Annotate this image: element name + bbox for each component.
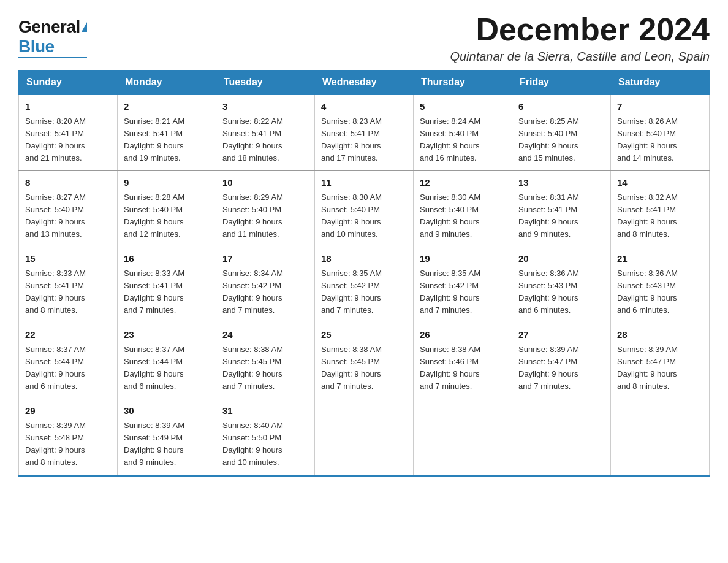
col-thursday: Thursday xyxy=(414,71,512,95)
calendar-week-row: 29 Sunrise: 8:39 AMSunset: 5:48 PMDaylig… xyxy=(19,399,710,476)
table-row xyxy=(512,399,611,476)
table-row: 23 Sunrise: 8:37 AMSunset: 5:44 PMDaylig… xyxy=(118,323,216,399)
day-info: Sunrise: 8:35 AMSunset: 5:42 PMDaylight:… xyxy=(321,269,382,315)
day-number: 12 xyxy=(420,176,506,190)
col-tuesday: Tuesday xyxy=(216,71,315,95)
table-row: 3 Sunrise: 8:22 AMSunset: 5:41 PMDayligh… xyxy=(216,94,315,171)
day-number: 30 xyxy=(124,404,210,418)
day-info: Sunrise: 8:37 AMSunset: 5:44 PMDaylight:… xyxy=(124,345,184,391)
day-number: 20 xyxy=(518,252,604,266)
day-info: Sunrise: 8:24 AMSunset: 5:40 PMDaylight:… xyxy=(420,117,480,163)
day-info: Sunrise: 8:33 AMSunset: 5:41 PMDaylight:… xyxy=(124,269,184,315)
logo-blue: Blue xyxy=(18,37,55,56)
month-year-title: December 2024 xyxy=(450,12,710,47)
table-row: 7 Sunrise: 8:26 AMSunset: 5:40 PMDayligh… xyxy=(611,94,710,171)
day-number: 3 xyxy=(222,100,308,114)
day-info: Sunrise: 8:39 AMSunset: 5:48 PMDaylight:… xyxy=(25,421,86,467)
col-monday: Monday xyxy=(118,71,216,95)
day-info: Sunrise: 8:38 AMSunset: 5:46 PMDaylight:… xyxy=(420,345,480,391)
calendar-table: Sunday Monday Tuesday Wednesday Thursday… xyxy=(18,70,710,476)
day-info: Sunrise: 8:31 AMSunset: 5:41 PMDaylight:… xyxy=(518,193,579,239)
logo-triangle-icon xyxy=(82,22,87,32)
table-row xyxy=(414,399,512,476)
table-row: 25 Sunrise: 8:38 AMSunset: 5:45 PMDaylig… xyxy=(315,323,414,399)
day-info: Sunrise: 8:36 AMSunset: 5:43 PMDaylight:… xyxy=(518,269,579,315)
table-row: 19 Sunrise: 8:35 AMSunset: 5:42 PMDaylig… xyxy=(414,247,512,323)
day-info: Sunrise: 8:39 AMSunset: 5:49 PMDaylight:… xyxy=(124,421,184,467)
table-row: 13 Sunrise: 8:31 AMSunset: 5:41 PMDaylig… xyxy=(512,171,611,247)
day-info: Sunrise: 8:28 AMSunset: 5:40 PMDaylight:… xyxy=(124,193,184,239)
day-number: 10 xyxy=(222,176,308,190)
day-number: 24 xyxy=(222,328,308,342)
day-info: Sunrise: 8:30 AMSunset: 5:40 PMDaylight:… xyxy=(321,193,382,239)
table-row: 21 Sunrise: 8:36 AMSunset: 5:43 PMDaylig… xyxy=(611,247,710,323)
day-info: Sunrise: 8:23 AMSunset: 5:41 PMDaylight:… xyxy=(321,117,382,163)
calendar-week-row: 22 Sunrise: 8:37 AMSunset: 5:44 PMDaylig… xyxy=(19,323,710,399)
calendar-week-row: 8 Sunrise: 8:27 AMSunset: 5:40 PMDayligh… xyxy=(19,171,710,247)
header-row: Sunday Monday Tuesday Wednesday Thursday… xyxy=(19,71,710,95)
day-number: 17 xyxy=(222,252,308,266)
day-number: 28 xyxy=(617,328,703,342)
day-number: 18 xyxy=(321,252,407,266)
day-info: Sunrise: 8:27 AMSunset: 5:40 PMDaylight:… xyxy=(25,193,86,239)
table-row: 12 Sunrise: 8:30 AMSunset: 5:40 PMDaylig… xyxy=(414,171,512,247)
table-row: 16 Sunrise: 8:33 AMSunset: 5:41 PMDaylig… xyxy=(118,247,216,323)
day-info: Sunrise: 8:29 AMSunset: 5:40 PMDaylight:… xyxy=(222,193,283,239)
day-number: 26 xyxy=(420,328,506,342)
table-row: 30 Sunrise: 8:39 AMSunset: 5:49 PMDaylig… xyxy=(118,399,216,476)
table-row: 26 Sunrise: 8:38 AMSunset: 5:46 PMDaylig… xyxy=(414,323,512,399)
day-number: 1 xyxy=(25,100,111,114)
table-row: 11 Sunrise: 8:30 AMSunset: 5:40 PMDaylig… xyxy=(315,171,414,247)
table-row: 9 Sunrise: 8:28 AMSunset: 5:40 PMDayligh… xyxy=(118,171,216,247)
day-info: Sunrise: 8:35 AMSunset: 5:42 PMDaylight:… xyxy=(420,269,480,315)
day-info: Sunrise: 8:39 AMSunset: 5:47 PMDaylight:… xyxy=(617,345,678,391)
day-info: Sunrise: 8:34 AMSunset: 5:42 PMDaylight:… xyxy=(222,269,283,315)
table-row: 6 Sunrise: 8:25 AMSunset: 5:40 PMDayligh… xyxy=(512,94,611,171)
table-row: 4 Sunrise: 8:23 AMSunset: 5:41 PMDayligh… xyxy=(315,94,414,171)
day-number: 31 xyxy=(222,404,308,418)
table-row: 22 Sunrise: 8:37 AMSunset: 5:44 PMDaylig… xyxy=(19,323,118,399)
day-number: 6 xyxy=(518,100,604,114)
day-number: 13 xyxy=(518,176,604,190)
table-row xyxy=(611,399,710,476)
day-info: Sunrise: 8:26 AMSunset: 5:40 PMDaylight:… xyxy=(617,117,678,163)
day-info: Sunrise: 8:20 AMSunset: 5:41 PMDaylight:… xyxy=(25,117,86,163)
day-info: Sunrise: 8:25 AMSunset: 5:40 PMDaylight:… xyxy=(518,117,579,163)
col-saturday: Saturday xyxy=(611,71,710,95)
day-number: 16 xyxy=(124,252,210,266)
table-row: 31 Sunrise: 8:40 AMSunset: 5:50 PMDaylig… xyxy=(216,399,315,476)
logo: General Blue xyxy=(18,12,87,58)
day-info: Sunrise: 8:37 AMSunset: 5:44 PMDaylight:… xyxy=(25,345,86,391)
table-row: 10 Sunrise: 8:29 AMSunset: 5:40 PMDaylig… xyxy=(216,171,315,247)
day-number: 23 xyxy=(124,328,210,342)
calendar-week-row: 1 Sunrise: 8:20 AMSunset: 5:41 PMDayligh… xyxy=(19,94,710,171)
col-wednesday: Wednesday xyxy=(315,71,414,95)
calendar-week-row: 15 Sunrise: 8:33 AMSunset: 5:41 PMDaylig… xyxy=(19,247,710,323)
table-row: 28 Sunrise: 8:39 AMSunset: 5:47 PMDaylig… xyxy=(611,323,710,399)
table-row xyxy=(315,399,414,476)
day-number: 8 xyxy=(25,176,111,190)
table-row: 15 Sunrise: 8:33 AMSunset: 5:41 PMDaylig… xyxy=(19,247,118,323)
day-number: 2 xyxy=(124,100,210,114)
day-info: Sunrise: 8:33 AMSunset: 5:41 PMDaylight:… xyxy=(25,269,86,315)
day-info: Sunrise: 8:32 AMSunset: 5:41 PMDaylight:… xyxy=(617,193,678,239)
day-info: Sunrise: 8:39 AMSunset: 5:47 PMDaylight:… xyxy=(518,345,579,391)
table-row: 29 Sunrise: 8:39 AMSunset: 5:48 PMDaylig… xyxy=(19,399,118,476)
day-info: Sunrise: 8:38 AMSunset: 5:45 PMDaylight:… xyxy=(321,345,382,391)
day-info: Sunrise: 8:36 AMSunset: 5:43 PMDaylight:… xyxy=(617,269,678,315)
table-row: 1 Sunrise: 8:20 AMSunset: 5:41 PMDayligh… xyxy=(19,94,118,171)
day-number: 4 xyxy=(321,100,407,114)
day-number: 29 xyxy=(25,404,111,418)
table-row: 2 Sunrise: 8:21 AMSunset: 5:41 PMDayligh… xyxy=(118,94,216,171)
table-row: 24 Sunrise: 8:38 AMSunset: 5:45 PMDaylig… xyxy=(216,323,315,399)
day-number: 9 xyxy=(124,176,210,190)
table-row: 5 Sunrise: 8:24 AMSunset: 5:40 PMDayligh… xyxy=(414,94,512,171)
title-area: December 2024 Quintanar de la Sierra, Ca… xyxy=(450,12,710,64)
table-row: 8 Sunrise: 8:27 AMSunset: 5:40 PMDayligh… xyxy=(19,171,118,247)
day-number: 5 xyxy=(420,100,506,114)
header: General Blue December 2024 Quintanar de … xyxy=(18,12,710,64)
day-info: Sunrise: 8:22 AMSunset: 5:41 PMDaylight:… xyxy=(222,117,283,163)
day-info: Sunrise: 8:30 AMSunset: 5:40 PMDaylight:… xyxy=(420,193,480,239)
day-number: 25 xyxy=(321,328,407,342)
day-info: Sunrise: 8:21 AMSunset: 5:41 PMDaylight:… xyxy=(124,117,184,163)
